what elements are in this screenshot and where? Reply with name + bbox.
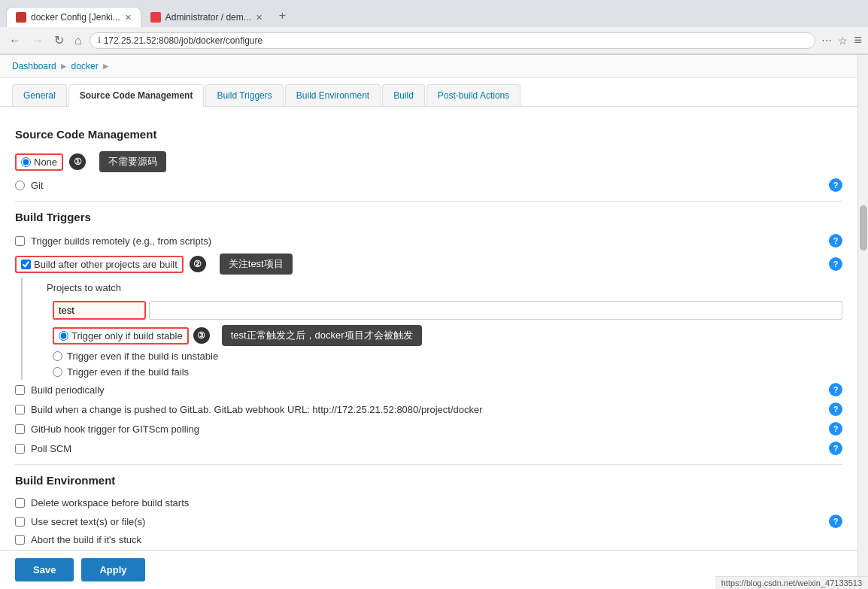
browser-toolbar: ← → ↻ ⌂ ℹ 172.25.21.52:8080/job/docker/c…	[0, 27, 868, 54]
tab-admin[interactable]: Administrator / dem... ✕	[141, 8, 272, 27]
tab-jenkins-title: docker Config [Jenki...	[31, 12, 120, 23]
tab-admin-close[interactable]: ✕	[256, 13, 263, 23]
step1-badge: ①	[69, 153, 86, 170]
tab-scm[interactable]: Source Code Management	[68, 84, 205, 107]
trigger-remote-row: Trigger builds remotely (e.g., from scri…	[15, 231, 842, 250]
trigger-stable-radio[interactable]	[59, 331, 68, 341]
poll-scm-label: Poll SCM	[31, 443, 71, 454]
projects-input-outline	[53, 301, 146, 320]
scm-annotation: 不需要源码	[99, 151, 166, 172]
forward-button[interactable]: →	[29, 32, 47, 49]
trigger-fails-row: Trigger even if the build fails	[53, 364, 842, 380]
tab-jenkins[interactable]: docker Config [Jenki... ✕	[6, 7, 141, 27]
breadcrumb-sep2: ►	[102, 61, 111, 71]
toolbar-icons: ⋯ ☆	[820, 33, 849, 48]
build-gitlab-checkbox[interactable]	[15, 405, 25, 414]
lock-icon: ℹ	[98, 35, 101, 45]
trigger-remote-label: Trigger builds remotely (e.g., from scri…	[31, 235, 211, 247]
poll-scm-checkbox[interactable]	[15, 444, 25, 454]
build-periodically-checkbox[interactable]	[15, 385, 25, 395]
tab-general[interactable]: General	[12, 84, 67, 106]
new-tab-button[interactable]: +	[272, 5, 293, 27]
tab-post-build[interactable]: Post-build Actions	[426, 84, 520, 106]
browser-chrome: docker Config [Jenki... ✕ Administrator …	[0, 0, 868, 55]
projects-label-row: Projects to watch	[32, 278, 842, 298]
back-button[interactable]: ←	[6, 32, 24, 49]
reload-button[interactable]: ↻	[51, 32, 67, 49]
tab-build-triggers[interactable]: Build Triggers	[205, 84, 283, 106]
menu-button[interactable]: ≡	[854, 32, 862, 48]
config-content: Source Code Management None ① 不需要源码 Git …	[0, 107, 857, 587]
scm-help-icon[interactable]: ?	[829, 178, 842, 192]
trigger-stable-row: Trigger only if build stable ③ test正常触发之…	[53, 323, 842, 348]
github-hook-help[interactable]: ?	[829, 422, 842, 436]
delete-workspace-checkbox[interactable]	[15, 498, 25, 508]
address-bar[interactable]: ℹ 172.25.21.52:8080/job/docker/configure	[90, 32, 816, 49]
breadcrumb-docker[interactable]: docker	[71, 61, 99, 71]
projects-watch-group: Projects to watch Trigger only if build …	[21, 278, 842, 380]
scrollbar-thumb[interactable]	[860, 205, 867, 250]
bookmark-icon[interactable]: ☆	[836, 33, 849, 48]
trigger-stable-outline: Trigger only if build stable	[53, 327, 189, 345]
use-secret-checkbox[interactable]	[15, 517, 25, 527]
build-triggers-title: Build Triggers	[15, 211, 842, 223]
build-periodically-row: Build periodically ?	[15, 380, 842, 399]
app-body: Dashboard ► docker ► General Source Code…	[0, 55, 868, 587]
github-hook-checkbox[interactable]	[15, 424, 25, 434]
scm-none-radio[interactable]	[21, 157, 31, 167]
extensions-icon[interactable]: ⋯	[820, 33, 833, 48]
tab-jenkins-close[interactable]: ✕	[125, 13, 132, 23]
tab-admin-icon	[150, 12, 161, 23]
delete-workspace-row: Delete workspace before build starts	[15, 494, 842, 512]
github-hook-label: GitHub hook trigger for GITScm polling	[31, 424, 199, 435]
use-secret-help[interactable]: ?	[829, 515, 842, 528]
trigger-fails-radio[interactable]	[53, 367, 62, 377]
scrollbar-track[interactable]	[857, 55, 868, 587]
trigger-remote-help[interactable]: ?	[829, 234, 842, 247]
status-bar: https://blog.csdn.net/weixin_47133513	[715, 576, 868, 587]
trigger-stable-annotation: test正常触发之后，docker项目才会被触发	[222, 325, 422, 346]
build-after-checkbox[interactable]	[21, 260, 31, 269]
projects-input-row	[32, 298, 842, 323]
build-after-row: Build after other projects are built ② 关…	[15, 250, 842, 278]
abort-stuck-label: Abort the build if it's stuck	[31, 534, 141, 545]
tab-jenkins-icon	[16, 12, 26, 23]
abort-stuck-checkbox[interactable]	[15, 535, 25, 545]
build-periodically-label: Build periodically	[31, 384, 105, 396]
scm-section-title: Source Code Management	[15, 128, 842, 141]
breadcrumb-dashboard[interactable]: Dashboard	[12, 61, 56, 71]
trigger-fails-label: Trigger even if the build fails	[67, 366, 189, 378]
trigger-unstable-radio[interactable]	[53, 351, 62, 361]
apply-button[interactable]: Apply	[81, 558, 144, 581]
trigger-stable-label: Trigger only if build stable	[71, 330, 183, 342]
address-text: 172.25.21.52:8080/job/docker/configure	[104, 35, 808, 46]
scm-git-label: Git	[31, 180, 44, 191]
build-gitlab-help[interactable]: ?	[829, 402, 842, 416]
build-after-outline: Build after other projects are built	[15, 256, 184, 273]
step3-badge: ③	[193, 327, 210, 344]
trigger-remote-checkbox[interactable]	[15, 236, 25, 246]
projects-to-watch-input[interactable]	[54, 302, 144, 318]
trigger-unstable-row: Trigger even if the build is unstable	[53, 348, 842, 364]
use-secret-row: Use secret text(s) or file(s) ?	[15, 512, 842, 531]
projects-watch-label: Projects to watch	[47, 282, 121, 293]
home-button[interactable]: ⌂	[71, 32, 85, 49]
projects-full-input[interactable]	[149, 301, 842, 320]
scm-none-outline: None	[15, 153, 63, 171]
poll-scm-row: Poll SCM ?	[15, 439, 842, 458]
browser-tabs: docker Config [Jenki... ✕ Administrator …	[0, 0, 868, 27]
poll-scm-help[interactable]: ?	[829, 442, 842, 455]
tab-admin-title: Administrator / dem...	[165, 12, 251, 23]
tab-build-environment[interactable]: Build Environment	[285, 84, 381, 106]
scm-git-radio[interactable]	[15, 181, 25, 190]
step2-badge: ②	[190, 256, 206, 272]
build-after-label: Build after other projects are built	[34, 259, 178, 270]
build-after-annotation: 关注test项目	[220, 254, 293, 275]
save-button[interactable]: Save	[15, 558, 74, 581]
delete-workspace-label: Delete workspace before build starts	[31, 497, 189, 509]
build-periodically-help[interactable]: ?	[829, 383, 842, 396]
build-after-help[interactable]: ?	[829, 257, 842, 271]
build-environment-title: Build Environment	[15, 474, 842, 487]
tab-build[interactable]: Build	[382, 84, 425, 106]
build-gitlab-row: Build when a change is pushed to GitLab.…	[15, 399, 842, 419]
